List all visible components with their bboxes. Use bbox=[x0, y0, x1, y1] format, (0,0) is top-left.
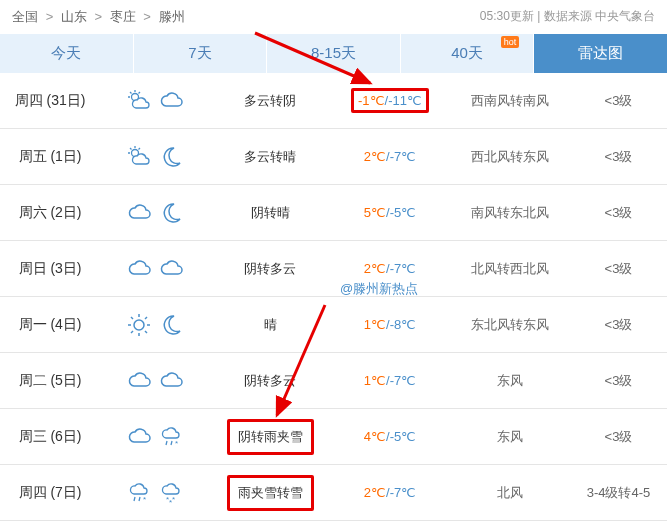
wind-level: 3-4级转4-5 bbox=[570, 484, 667, 502]
temp-low: /-11℃ bbox=[385, 93, 422, 108]
tab-radar[interactable]: 雷达图 bbox=[534, 34, 667, 73]
crumb-province[interactable]: 山东 bbox=[61, 9, 87, 24]
temperature: 5℃/-5℃ bbox=[330, 205, 450, 220]
cloud-icon bbox=[126, 256, 152, 282]
temperature: 1℃/-7℃ bbox=[330, 373, 450, 388]
weather-desc: 阴转多云 bbox=[210, 372, 330, 390]
forecast-row[interactable]: 周三 (6日)阴转雨夹雪4℃/-5℃东风<3级 bbox=[0, 409, 667, 465]
temp-low: /-7℃ bbox=[386, 149, 416, 164]
wind-direction: 南风转东北风 bbox=[450, 204, 570, 222]
wind-level: <3级 bbox=[570, 428, 667, 446]
wind-level: <3级 bbox=[570, 204, 667, 222]
wind-direction: 西南风转南风 bbox=[450, 92, 570, 110]
pcloud-day-icon bbox=[126, 144, 152, 170]
weather-icons bbox=[100, 144, 210, 170]
cloud-icon bbox=[126, 368, 152, 394]
temperature: 1℃/-8℃ bbox=[330, 317, 450, 332]
forecast-row[interactable]: 周六 (2日)阴转晴5℃/-5℃南风转东北风<3级 bbox=[0, 185, 667, 241]
forecast-row[interactable]: 周一 (4日)晴1℃/-8℃东北风转东风<3级 bbox=[0, 297, 667, 353]
forecast-row[interactable]: 周二 (5日)阴转多云1℃/-7℃东风<3级 bbox=[0, 353, 667, 409]
wind-direction: 西北风转东风 bbox=[450, 148, 570, 166]
temp-high: 1℃ bbox=[364, 317, 386, 332]
day-label: 周三 (6日) bbox=[0, 428, 100, 446]
temp-high: 4℃ bbox=[364, 429, 386, 444]
crumb-city[interactable]: 枣庄 bbox=[110, 9, 136, 24]
weather-desc: 多云转晴 bbox=[210, 148, 330, 166]
moon-icon bbox=[158, 144, 184, 170]
cloud-icon bbox=[126, 424, 152, 450]
weather-desc: 阴转多云 bbox=[210, 260, 330, 278]
weather-desc: 晴 bbox=[210, 316, 330, 334]
cloud-icon bbox=[158, 368, 184, 394]
temp-low: /-8℃ bbox=[386, 317, 416, 332]
temp-high: 2℃ bbox=[364, 261, 386, 276]
weather-desc: 阴转雨夹雪 bbox=[210, 419, 330, 455]
forecast-row[interactable]: 周四 (31日)多云转阴-1℃/-11℃西南风转南风<3级 bbox=[0, 73, 667, 129]
temp-high: -1℃ bbox=[358, 93, 385, 108]
weather-icons bbox=[100, 200, 210, 226]
update-info: 05:30更新 | 数据来源 中央气象台 bbox=[480, 8, 655, 25]
temp-high: 5℃ bbox=[364, 205, 386, 220]
sleet-icon bbox=[126, 480, 152, 506]
tab-8-15day[interactable]: 8-15天 bbox=[267, 34, 401, 73]
wind-level: <3级 bbox=[570, 316, 667, 334]
day-label: 周日 (3日) bbox=[0, 260, 100, 278]
tab-7day[interactable]: 7天 bbox=[134, 34, 268, 73]
snow-icon bbox=[158, 480, 184, 506]
sun-icon bbox=[126, 312, 152, 338]
weather-icons bbox=[100, 312, 210, 338]
temp-low: /-7℃ bbox=[386, 485, 416, 500]
day-label: 周六 (2日) bbox=[0, 204, 100, 222]
forecast-list: 周四 (31日)多云转阴-1℃/-11℃西南风转南风<3级周五 (1日)多云转晴… bbox=[0, 73, 667, 521]
day-label: 周四 (31日) bbox=[0, 92, 100, 110]
weather-desc: 多云转阴 bbox=[210, 92, 330, 110]
weather-desc: 阴转晴 bbox=[210, 204, 330, 222]
temperature: -1℃/-11℃ bbox=[330, 88, 450, 113]
wind-direction: 北风转西北风 bbox=[450, 260, 570, 278]
cloud-icon bbox=[158, 256, 184, 282]
sleet-icon bbox=[158, 424, 184, 450]
day-label: 周五 (1日) bbox=[0, 148, 100, 166]
forecast-row[interactable]: 周日 (3日)阴转多云2℃/-7℃北风转西北风<3级 bbox=[0, 241, 667, 297]
temp-low: /-7℃ bbox=[386, 261, 416, 276]
temp-low: /-7℃ bbox=[386, 373, 416, 388]
chevron-icon: > bbox=[94, 9, 102, 24]
day-label: 周二 (5日) bbox=[0, 372, 100, 390]
chevron-icon: > bbox=[143, 9, 151, 24]
tab-today[interactable]: 今天 bbox=[0, 34, 134, 73]
weather-icons bbox=[100, 368, 210, 394]
temperature: 4℃/-5℃ bbox=[330, 429, 450, 444]
temp-high: 2℃ bbox=[364, 149, 386, 164]
weather-icons bbox=[100, 424, 210, 450]
moon-icon bbox=[158, 200, 184, 226]
weather-desc: 雨夹雪转雪 bbox=[210, 475, 330, 511]
temperature: 2℃/-7℃ bbox=[330, 485, 450, 500]
weather-icons bbox=[100, 256, 210, 282]
wind-level: <3级 bbox=[570, 92, 667, 110]
wind-level: <3级 bbox=[570, 260, 667, 278]
cloud-icon bbox=[158, 88, 184, 114]
temperature: 2℃/-7℃ bbox=[330, 149, 450, 164]
weather-icons bbox=[100, 88, 210, 114]
wind-direction: 东北风转东风 bbox=[450, 316, 570, 334]
temp-low: /-5℃ bbox=[386, 429, 416, 444]
temp-high: 1℃ bbox=[364, 373, 386, 388]
crumb-district[interactable]: 滕州 bbox=[159, 9, 185, 24]
crumb-country[interactable]: 全国 bbox=[12, 9, 38, 24]
temp-high: 2℃ bbox=[364, 485, 386, 500]
moon-icon bbox=[158, 312, 184, 338]
forecast-row[interactable]: 周四 (7日)雨夹雪转雪2℃/-7℃北风3-4级转4-5 bbox=[0, 465, 667, 521]
breadcrumb: 全国 > 山东 > 枣庄 > 滕州 05:30更新 | 数据来源 中央气象台 bbox=[0, 0, 667, 34]
chevron-icon: > bbox=[46, 9, 54, 24]
forecast-tabs: 今天 7天 8-15天 40天hot 雷达图 bbox=[0, 34, 667, 73]
day-label: 周一 (4日) bbox=[0, 316, 100, 334]
wind-direction: 东风 bbox=[450, 428, 570, 446]
wind-direction: 北风 bbox=[450, 484, 570, 502]
pcloud-day-icon bbox=[126, 88, 152, 114]
tab-40day[interactable]: 40天hot bbox=[401, 34, 535, 73]
temp-low: /-5℃ bbox=[386, 205, 416, 220]
forecast-row[interactable]: 周五 (1日)多云转晴2℃/-7℃西北风转东风<3级 bbox=[0, 129, 667, 185]
cloud-icon bbox=[126, 200, 152, 226]
wind-direction: 东风 bbox=[450, 372, 570, 390]
day-label: 周四 (7日) bbox=[0, 484, 100, 502]
